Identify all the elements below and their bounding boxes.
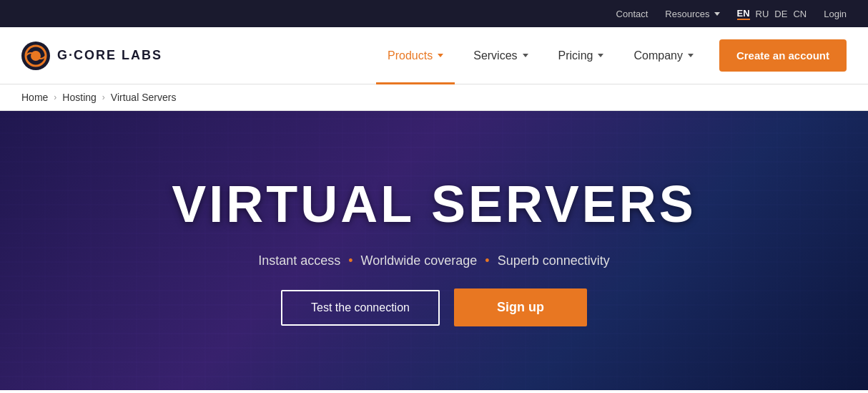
hero-dot-2: •: [481, 253, 493, 268]
breadcrumb: Home › Hosting › Virtual Servers: [0, 84, 868, 111]
top-bar: Contact Resources EN RU DE CN Login: [0, 0, 868, 27]
nav-pricing[interactable]: Pricing: [547, 27, 616, 84]
lang-cn[interactable]: CN: [793, 9, 807, 19]
breadcrumb-separator-1: ›: [54, 92, 56, 102]
create-account-button[interactable]: Create an account: [719, 39, 847, 72]
breadcrumb-home[interactable]: Home: [21, 92, 48, 103]
lang-de[interactable]: DE: [774, 9, 787, 19]
hero-subtitle-part2: Worldwide coverage: [361, 253, 478, 268]
breadcrumb-hosting[interactable]: Hosting: [62, 92, 96, 103]
hero-content: VIRTUAL SERVERS Instant access • Worldwi…: [172, 175, 696, 326]
resources-label: Resources: [665, 9, 709, 19]
logo-text: G·CORE LABS: [57, 48, 162, 63]
resources-chevron-icon: [714, 12, 720, 16]
hero-subtitle-part3: Superb connectivity: [498, 253, 610, 268]
test-connection-button[interactable]: Test the connection: [281, 290, 440, 326]
logo-icon: [21, 42, 50, 70]
pricing-chevron-icon: [598, 54, 603, 57]
hero-dot-1: •: [345, 253, 356, 268]
nav-links: Products Services Pricing Company: [376, 27, 705, 84]
company-chevron-icon: [688, 54, 694, 57]
services-chevron-icon: [523, 54, 528, 57]
signup-button[interactable]: Sign up: [454, 288, 587, 326]
nav-products[interactable]: Products: [376, 27, 455, 84]
breadcrumb-separator-2: ›: [102, 92, 105, 102]
nav-services[interactable]: Services: [462, 27, 539, 84]
hero-section: VIRTUAL SERVERS Instant access • Worldwi…: [0, 111, 868, 390]
lang-ru[interactable]: RU: [756, 9, 769, 19]
main-nav: G·CORE LABS Products Services Pricing Co…: [0, 27, 868, 84]
hero-buttons: Test the connection Sign up: [281, 288, 587, 326]
language-group: EN RU DE CN: [737, 8, 807, 20]
contact-link[interactable]: Contact: [616, 9, 648, 19]
lang-en[interactable]: EN: [737, 8, 750, 20]
logo[interactable]: G·CORE LABS: [21, 42, 162, 70]
hero-subtitle-part1: Instant access: [258, 253, 340, 268]
login-link[interactable]: Login: [824, 9, 847, 19]
resources-menu[interactable]: Resources: [665, 9, 719, 19]
products-chevron-icon: [438, 54, 443, 57]
nav-company[interactable]: Company: [622, 27, 704, 84]
hero-subtitle: Instant access • Worldwide coverage • Su…: [258, 253, 610, 268]
breadcrumb-current: Virtual Servers: [111, 92, 177, 103]
hero-title: VIRTUAL SERVERS: [172, 175, 696, 233]
